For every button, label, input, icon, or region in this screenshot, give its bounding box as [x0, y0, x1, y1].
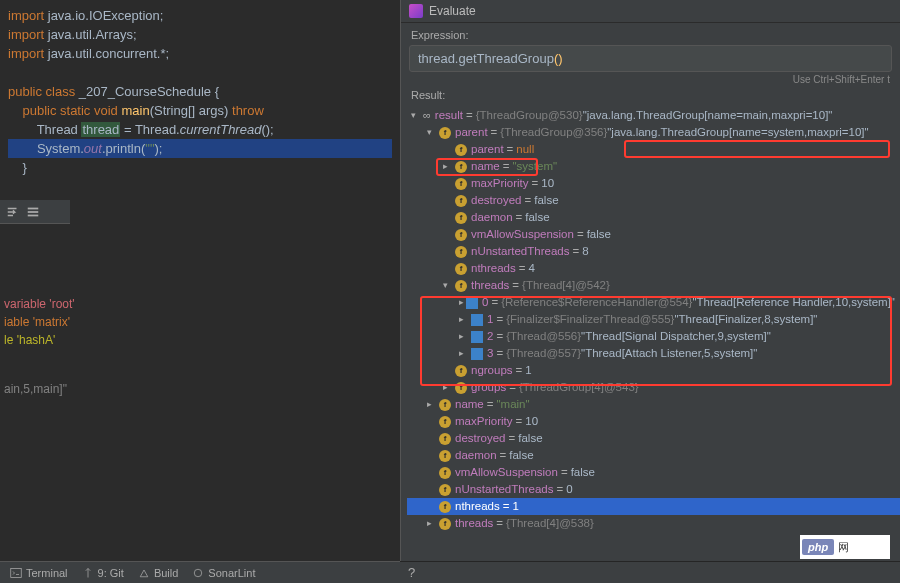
- svg-rect-3: [11, 568, 22, 577]
- chevron-right-icon: ▸: [459, 294, 464, 311]
- code-line: [8, 63, 392, 82]
- field-icon: f: [455, 229, 467, 241]
- tree-row[interactable]: fngroups=1: [407, 362, 900, 379]
- tree-row-result[interactable]: ▾∞result={ThreadGroup@530} "java.lang.Th…: [407, 107, 900, 124]
- build-tab[interactable]: Build: [138, 567, 178, 579]
- tree-row-array-item[interactable]: ▸1={Finalizer$FinalizerThread@555} "Thre…: [407, 311, 900, 328]
- error-line[interactable]: iable 'matrix': [4, 313, 400, 331]
- tree-row[interactable]: fnthreads=4: [407, 260, 900, 277]
- tree-row[interactable]: fnUnstartedThreads=0: [407, 481, 900, 498]
- code-line: Thread thread = Thread.currentThread();: [8, 120, 392, 139]
- sonar-icon: [192, 567, 204, 579]
- chevron-down-icon: ▾: [411, 107, 421, 124]
- field-icon: f: [439, 433, 451, 445]
- code-line: }: [8, 158, 392, 177]
- result-tree[interactable]: ▾∞result={ThreadGroup@530} "java.lang.Th…: [401, 105, 900, 583]
- window-title: Evaluate: [429, 4, 476, 18]
- chevron-right-icon: ▸: [459, 328, 469, 345]
- tree-row[interactable]: ▸fname="main": [407, 396, 900, 413]
- tree-row-parent[interactable]: ▾fparent={ThreadGroup@356} "java.lang.Th…: [407, 124, 900, 141]
- svg-rect-1: [28, 211, 39, 213]
- chevron-right-icon: ▸: [443, 379, 453, 396]
- tree-row[interactable]: ▸fgroups={ThreadGroup[4]@543}: [407, 379, 900, 396]
- evaluate-bottombar: ?: [400, 561, 900, 583]
- tree-row-array-item[interactable]: ▸2={Thread@556} "Thread[Signal Dispatche…: [407, 328, 900, 345]
- expression-input[interactable]: thread.getThreadGroup(): [409, 45, 892, 72]
- git-tab[interactable]: 9: Git: [82, 567, 124, 579]
- chevron-right-icon: ▸: [427, 515, 437, 532]
- svg-rect-0: [28, 207, 39, 209]
- evaluate-window: Evaluate Expression: thread.getThreadGro…: [400, 0, 900, 583]
- terminal-icon: [10, 567, 22, 579]
- object-icon: [466, 297, 478, 309]
- chevron-down-icon: ▾: [443, 277, 453, 294]
- tree-row-selected[interactable]: fnthreads=1: [407, 498, 900, 515]
- field-icon: f: [439, 501, 451, 513]
- tree-row[interactable]: fdestroyed=false: [407, 192, 900, 209]
- terminal-tab[interactable]: Terminal: [10, 567, 68, 579]
- chevron-right-icon: ▸: [459, 345, 469, 362]
- tree-row[interactable]: ▸fthreads={Thread[4]@538}: [407, 515, 900, 532]
- editor-gutter-toolbar: [0, 200, 70, 224]
- field-icon: f: [439, 127, 451, 139]
- tree-row[interactable]: fdaemon=false: [407, 209, 900, 226]
- sonarlint-tab[interactable]: SonarLint: [192, 567, 255, 579]
- intellij-icon: [409, 4, 423, 18]
- chevron-right-icon: ▸: [459, 311, 469, 328]
- evaluate-titlebar[interactable]: Evaluate: [401, 0, 900, 23]
- git-icon: [82, 567, 94, 579]
- field-icon: f: [455, 280, 467, 292]
- code-line-current: System.out.println("");: [8, 139, 392, 158]
- object-icon: [471, 331, 483, 343]
- tree-row-array-item[interactable]: ▸0={Reference$ReferenceHandler@554} "Thr…: [407, 294, 900, 311]
- tree-row[interactable]: fnUnstartedThreads=8: [407, 243, 900, 260]
- watermark-logo: php网: [800, 535, 890, 559]
- error-panel: variable 'root' iable 'matrix' le 'hashA…: [0, 295, 400, 349]
- code-line: import java.io.IOException;: [8, 6, 392, 25]
- code-line: public class _207_CourseSchedule {: [8, 82, 392, 101]
- tree-row[interactable]: fvmAllowSuspension=false: [407, 226, 900, 243]
- error-line[interactable]: le 'hashA': [4, 331, 400, 349]
- field-icon: f: [439, 416, 451, 428]
- code-line: import java.util.Arrays;: [8, 25, 392, 44]
- field-icon: f: [439, 484, 451, 496]
- field-icon: f: [455, 212, 467, 224]
- result-label: Result:: [401, 87, 900, 105]
- field-icon: f: [455, 246, 467, 258]
- tree-row[interactable]: fmaxPriority=10: [407, 175, 900, 192]
- field-icon: f: [455, 178, 467, 190]
- code-line: public static void main(String[] args) t…: [8, 101, 392, 120]
- object-icon: [471, 314, 483, 326]
- code-line: import java.util.concurrent.*;: [8, 44, 392, 63]
- bottom-toolbar: Terminal 9: Git Build SonarLint: [0, 561, 400, 583]
- tree-row[interactable]: fdestroyed=false: [407, 430, 900, 447]
- field-icon: f: [455, 195, 467, 207]
- field-icon: f: [455, 161, 467, 173]
- field-icon: f: [455, 382, 467, 394]
- tree-row[interactable]: fdaemon=false: [407, 447, 900, 464]
- shortcut-hint: Use Ctrl+Shift+Enter t: [401, 74, 900, 87]
- tree-row-threads[interactable]: ▾fthreads={Thread[4]@542}: [407, 277, 900, 294]
- expression-label: Expression:: [401, 23, 900, 43]
- field-icon: f: [455, 365, 467, 377]
- wrap-icon[interactable]: [6, 205, 20, 219]
- tree-row[interactable]: ▸fname="system": [407, 158, 900, 175]
- tree-row-array-item[interactable]: ▸3={Thread@557} "Thread[Attach Listener,…: [407, 345, 900, 362]
- list-icon[interactable]: [26, 205, 40, 219]
- error-line[interactable]: variable 'root': [4, 295, 400, 313]
- console-output-line: ain,5,main]": [0, 382, 67, 396]
- help-icon[interactable]: ?: [408, 565, 415, 580]
- chevron-right-icon: ▸: [443, 158, 453, 175]
- field-icon: f: [439, 450, 451, 462]
- field-icon: f: [455, 144, 467, 156]
- build-icon: [138, 567, 150, 579]
- field-icon: f: [455, 263, 467, 275]
- tree-row[interactable]: fvmAllowSuspension=false: [407, 464, 900, 481]
- field-icon: f: [439, 399, 451, 411]
- chevron-right-icon: ▸: [427, 396, 437, 413]
- object-icon: [471, 348, 483, 360]
- tree-row-parent-null[interactable]: fparent=null: [407, 141, 900, 158]
- code-editor[interactable]: import java.io.IOException; import java.…: [0, 0, 400, 583]
- svg-point-4: [195, 569, 203, 577]
- tree-row[interactable]: fmaxPriority=10: [407, 413, 900, 430]
